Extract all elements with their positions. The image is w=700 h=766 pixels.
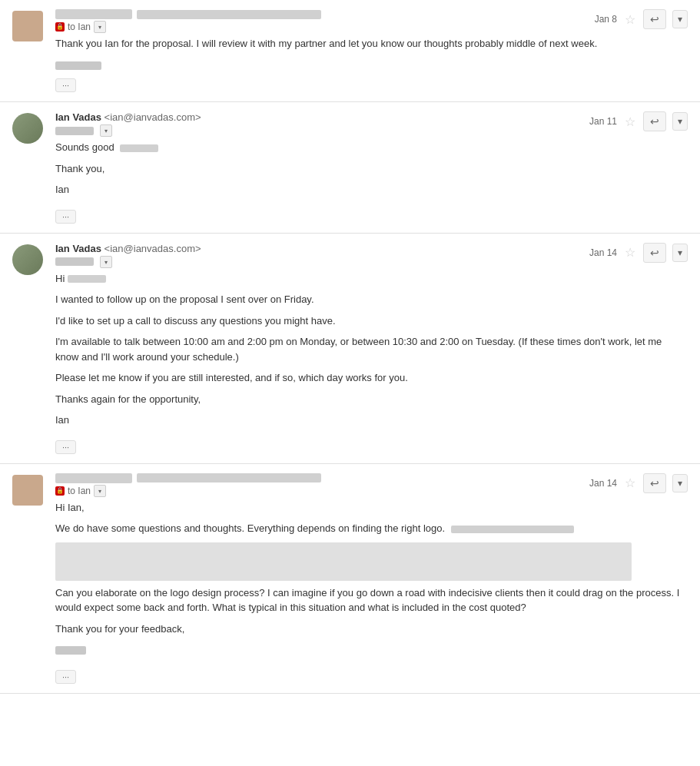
subject-blurred-1 bbox=[137, 10, 321, 19]
date-1: Jan 8 bbox=[595, 14, 617, 25]
sender-name-3: Ian Vadas bbox=[55, 243, 101, 254]
more-button-1[interactable]: ▾ bbox=[672, 10, 688, 28]
redacted-image-block-4 bbox=[55, 542, 688, 581]
star-button-4[interactable]: ☆ bbox=[623, 474, 637, 492]
to-label-4: to Ian bbox=[68, 486, 91, 496]
to-dropdown-2[interactable]: ▾ bbox=[100, 124, 112, 137]
reply-button-4[interactable]: ↩ bbox=[643, 473, 666, 493]
sender-name-2: Ian Vadas bbox=[55, 111, 101, 123]
avatar-3 bbox=[12, 244, 43, 275]
body-para-2-1: Sounds good bbox=[55, 140, 688, 155]
body-para-3-1: I wanted to follow up on the proposal I … bbox=[55, 292, 688, 307]
reply-button-1[interactable]: ↩ bbox=[643, 9, 666, 29]
email-body-4: Hi Ian, We do have some questions and th… bbox=[55, 500, 688, 658]
to-label-1: to Ian bbox=[68, 22, 91, 32]
star-button-2[interactable]: ☆ bbox=[623, 113, 637, 131]
to-line-3: ▾ bbox=[55, 256, 201, 268]
to-dropdown-4[interactable]: ▾ bbox=[94, 485, 106, 497]
blurred-name-3 bbox=[68, 275, 106, 283]
email-item-1: 🔒 to Ian ▾ Jan 8 ☆ ↩ ▾ Thank you Ian for… bbox=[0, 0, 700, 102]
to-line-1: 🔒 to Ian ▾ bbox=[55, 21, 321, 33]
email-content-1: 🔒 to Ian ▾ Jan 8 ☆ ↩ ▾ Thank you Ian for… bbox=[55, 9, 688, 92]
star-button-1[interactable]: ☆ bbox=[623, 11, 637, 28]
email-header-3: Ian Vadas <ian@ianvadas.com> ▾ Jan 14 ☆ … bbox=[55, 243, 688, 268]
body-para-4-sig bbox=[55, 642, 688, 658]
blurred-inline-2 bbox=[120, 144, 158, 152]
to-line-2: ▾ bbox=[55, 124, 201, 137]
body-para-4-3: Can you elaborate on the logo design pro… bbox=[55, 585, 688, 615]
body-para-3-6: Ian bbox=[55, 413, 688, 428]
sender-info-2: Ian Vadas <ian@ianvadas.com> ▾ bbox=[55, 111, 201, 137]
date-4: Jan 14 bbox=[589, 478, 617, 489]
more-button-4[interactable]: ▾ bbox=[672, 474, 688, 492]
body-para-3-3: I'm available to talk between 10:00 am a… bbox=[55, 334, 688, 364]
email-header-2: Ian Vadas <ian@ianvadas.com> ▾ Jan 11 ☆ … bbox=[55, 111, 688, 137]
email-item-3: Ian Vadas <ian@ianvadas.com> ▾ Jan 14 ☆ … bbox=[0, 234, 700, 464]
reply-button-3[interactable]: ↩ bbox=[643, 243, 666, 263]
sender-name-blurred-1 bbox=[55, 9, 132, 19]
lock-icon-1: 🔒 bbox=[55, 22, 65, 32]
email-content-3: Ian Vadas <ian@ianvadas.com> ▾ Jan 14 ☆ … bbox=[55, 243, 688, 454]
sender-email-3: <ian@ianvadas.com> bbox=[105, 243, 201, 254]
body-para-3-2: I'd like to set up a call to discuss any… bbox=[55, 313, 688, 329]
ellipsis-btn-2[interactable]: ··· bbox=[55, 210, 76, 224]
ellipsis-btn-3[interactable]: ··· bbox=[55, 440, 76, 454]
body-para-3-5: Thanks again for the opportunity, bbox=[55, 392, 688, 407]
header-right-1: Jan 8 ☆ ↩ ▾ bbox=[595, 9, 688, 29]
email-header-1: 🔒 to Ian ▾ Jan 8 ☆ ↩ ▾ bbox=[55, 9, 688, 33]
body-para-3-4: Please let me know if you are still inte… bbox=[55, 370, 688, 386]
body-para-3-hi: Hi bbox=[55, 271, 688, 287]
redacted-line-1 bbox=[55, 58, 688, 73]
email-content-2: Ian Vadas <ian@ianvadas.com> ▾ Jan 11 ☆ … bbox=[55, 111, 688, 224]
subject-blurred-4 bbox=[137, 473, 321, 482]
email-content-4: 🔒 to Ian ▾ Jan 14 ☆ ↩ ▾ Hi Ian, We do ha… bbox=[55, 473, 688, 684]
body-para-4-4: Thank you for your feedback, bbox=[55, 622, 688, 637]
body-para-4-1: Hi Ian, bbox=[55, 500, 688, 516]
body-para-4-2: We do have some questions and thoughts. … bbox=[55, 521, 688, 536]
body-para-1-1: Thank you Ian for the proposal. I will r… bbox=[55, 36, 688, 51]
date-2: Jan 11 bbox=[589, 116, 617, 127]
email-thread: 🔒 to Ian ▾ Jan 8 ☆ ↩ ▾ Thank you Ian for… bbox=[0, 0, 700, 694]
email-item-2: Ian Vadas <ian@ianvadas.com> ▾ Jan 11 ☆ … bbox=[0, 102, 700, 234]
header-right-2: Jan 11 ☆ ↩ ▾ bbox=[589, 111, 688, 131]
sender-info-4: 🔒 to Ian ▾ bbox=[55, 473, 321, 497]
avatar-4 bbox=[12, 475, 43, 506]
to-dropdown-3[interactable]: ▾ bbox=[100, 256, 112, 268]
more-button-3[interactable]: ▾ bbox=[672, 244, 688, 262]
avatar-2 bbox=[12, 113, 43, 144]
header-right-3: Jan 14 ☆ ↩ ▾ bbox=[589, 243, 688, 263]
sender-email-2: <ian@ianvadas.com> bbox=[105, 111, 201, 123]
body-para-2-3: Ian bbox=[55, 182, 688, 197]
date-3: Jan 14 bbox=[589, 247, 617, 258]
email-header-4: 🔒 to Ian ▾ Jan 14 ☆ ↩ ▾ bbox=[55, 473, 688, 497]
sender-info-3: Ian Vadas <ian@ianvadas.com> ▾ bbox=[55, 243, 201, 268]
email-body-3: Hi I wanted to follow up on the proposal… bbox=[55, 271, 688, 428]
sender-info-1: 🔒 to Ian ▾ bbox=[55, 9, 321, 33]
more-button-2[interactable]: ▾ bbox=[672, 112, 688, 131]
body-para-2-2: Thank you, bbox=[55, 161, 688, 177]
ellipsis-btn-4[interactable]: ··· bbox=[55, 670, 76, 684]
blurred-img-4a bbox=[451, 526, 574, 533]
to-dropdown-1[interactable]: ▾ bbox=[94, 21, 106, 33]
avatar-1 bbox=[12, 11, 43, 41]
email-body-2: Sounds good Thank you, Ian bbox=[55, 140, 688, 197]
header-right-4: Jan 14 ☆ ↩ ▾ bbox=[589, 473, 688, 493]
star-button-3[interactable]: ☆ bbox=[623, 244, 637, 261]
email-body-1: Thank you Ian for the proposal. I will r… bbox=[55, 36, 688, 72]
sender-name-blurred-4 bbox=[55, 473, 132, 483]
lock-icon-4: 🔒 bbox=[55, 486, 65, 496]
to-line-4: 🔒 to Ian ▾ bbox=[55, 485, 321, 497]
reply-button-2[interactable]: ↩ bbox=[643, 111, 666, 131]
ellipsis-btn-1[interactable]: ··· bbox=[55, 78, 76, 92]
email-item-4: 🔒 to Ian ▾ Jan 14 ☆ ↩ ▾ Hi Ian, We do ha… bbox=[0, 464, 700, 694]
